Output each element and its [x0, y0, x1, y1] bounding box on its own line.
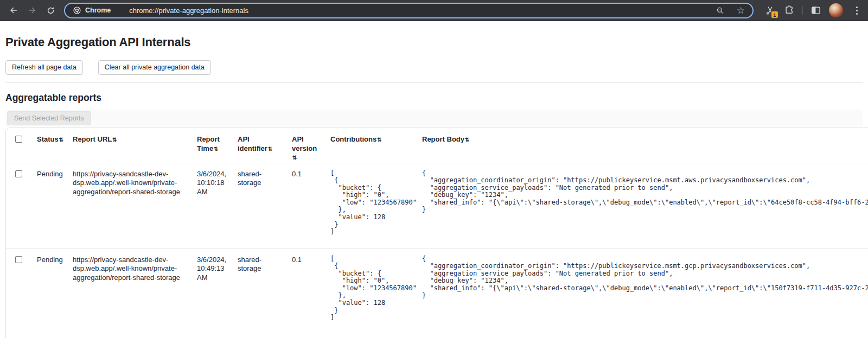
- aggregatable-reports-table: Status⇅ Report URL⇅ Report Time⇅ API ide…: [5, 127, 868, 338]
- sort-icon: ⇅: [214, 146, 218, 152]
- url-text[interactable]: chrome://private-aggregation-internals: [129, 7, 710, 15]
- back-arrow-icon: [9, 5, 18, 15]
- cell-api-identifier: shared-storage: [238, 163, 292, 249]
- header-api-identifier[interactable]: API identifier⇅: [238, 128, 292, 163]
- cell-report-url: https://privacy-sandcastle-dev-dsp.web.a…: [73, 163, 197, 249]
- header-api-version[interactable]: API version⇅: [292, 128, 330, 163]
- site-chip-label: Chrome: [85, 7, 111, 14]
- cell-api-version: 0.1: [292, 249, 330, 338]
- row-checkbox[interactable]: [15, 256, 22, 263]
- reload-icon: [46, 6, 55, 15]
- sort-icon: ⇅: [292, 155, 297, 161]
- send-selected-reports-button[interactable]: Send Selected Reports: [7, 111, 91, 125]
- clear-all-button[interactable]: Clear all private aggregation data: [98, 60, 211, 75]
- cell-report-body-json: { "aggregation_coordinator_origin": "htt…: [422, 256, 868, 300]
- profile-avatar[interactable]: [829, 3, 843, 17]
- site-chip: Chrome: [73, 6, 111, 15]
- cell-api-version: 0.1: [292, 163, 330, 249]
- page-title: Private Aggregation API Internals: [5, 35, 868, 49]
- forward-button[interactable]: [24, 2, 40, 18]
- cell-report-time: 3/6/2024, 10:49:13 AM: [197, 249, 238, 338]
- header-report-body[interactable]: Report Body⇅: [422, 128, 868, 163]
- cell-contributions-json: [ { "bucket": { "high": "0", "low": "123…: [330, 256, 413, 322]
- zoom-search-icon[interactable]: [716, 6, 725, 15]
- bookmark-star-icon[interactable]: ☆: [737, 6, 745, 15]
- toolbar-separator: [802, 6, 803, 15]
- cell-report-url: https://privacy-sandcastle-dev-dsp.web.a…: [73, 249, 197, 338]
- table-row: Pending https://privacy-sandcastle-dev-d…: [6, 249, 868, 338]
- header-report-url[interactable]: Report URL⇅: [73, 128, 197, 163]
- sort-icon: ⇅: [377, 137, 381, 143]
- extensions-puzzle-icon[interactable]: [784, 5, 795, 16]
- table-header-row: Status⇅ Report URL⇅ Report Time⇅ API ide…: [6, 128, 868, 163]
- cell-api-identifier: shared-storage: [238, 249, 292, 338]
- screenshot-tool-button[interactable]: 1: [763, 3, 776, 17]
- reports-toolbar: Send Selected Reports: [5, 110, 863, 126]
- browser-menu-button[interactable]: [851, 4, 863, 16]
- select-all-checkbox[interactable]: [15, 136, 22, 143]
- refresh-all-button[interactable]: Refresh all page data: [5, 60, 83, 75]
- sort-icon: ⇅: [268, 146, 272, 152]
- header-status[interactable]: Status⇅: [37, 128, 73, 163]
- tool-count-badge: 1: [771, 11, 778, 18]
- sort-icon: ⇅: [465, 137, 469, 143]
- header-contributions[interactable]: Contributions⇅: [330, 128, 422, 163]
- cell-status: Pending: [37, 163, 73, 249]
- cell-status: Pending: [37, 249, 73, 338]
- header-report-time[interactable]: Report Time⇅: [197, 128, 238, 163]
- chrome-logo-icon: [73, 6, 81, 15]
- cell-report-body-json: { "aggregation_coordinator_origin": "htt…: [422, 170, 868, 214]
- side-panel-icon[interactable]: [810, 5, 821, 16]
- section-divider: [5, 82, 863, 83]
- cell-report-time: 3/6/2024, 10:10:18 AM: [197, 163, 238, 249]
- browser-toolbar: Chrome chrome://private-aggregation-inte…: [0, 0, 868, 21]
- back-button[interactable]: [5, 2, 22, 18]
- cell-contributions-json: [ { "bucket": { "high": "0", "low": "123…: [330, 170, 413, 236]
- table-row: Pending https://privacy-sandcastle-dev-d…: [6, 163, 868, 249]
- forward-arrow-icon: [27, 5, 37, 15]
- reload-button[interactable]: [42, 2, 59, 18]
- sort-icon: ⇅: [112, 137, 117, 143]
- section-title: Aggregatable reports: [5, 92, 868, 104]
- address-bar[interactable]: Chrome chrome://private-aggregation-inte…: [64, 3, 754, 18]
- sort-icon: ⇅: [59, 137, 63, 143]
- row-checkbox[interactable]: [15, 170, 22, 177]
